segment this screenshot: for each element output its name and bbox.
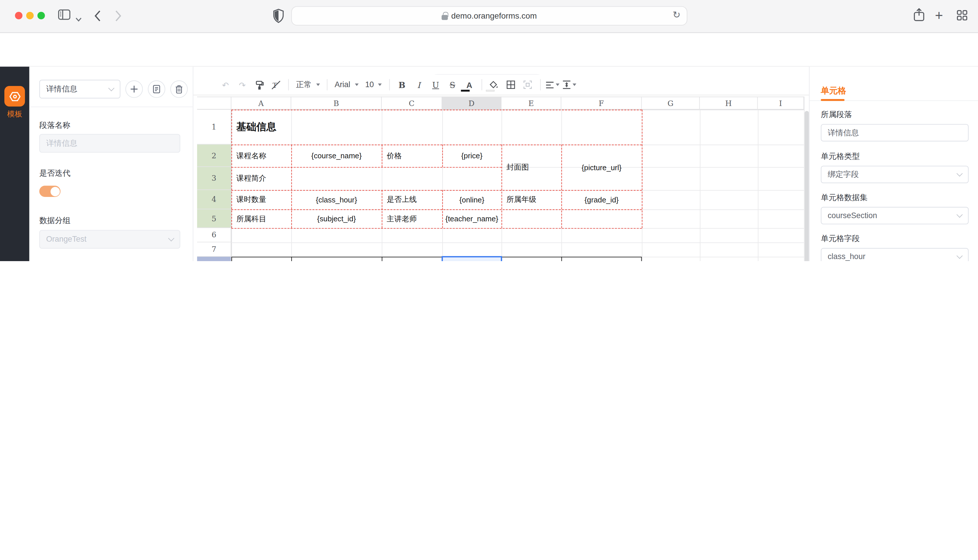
column-header-A[interactable]: A (231, 97, 291, 110)
cell-type-select[interactable]: 绑定字段 (821, 166, 968, 183)
share-icon[interactable] (914, 8, 924, 24)
strikethrough-button[interactable]: S (445, 77, 460, 92)
sheet-cell-A8[interactable]: 章节名称 (231, 257, 291, 261)
sheet-cell-D5[interactable]: {teacher_name} (442, 209, 502, 228)
italic-button[interactable]: I (411, 77, 426, 92)
merge-cells-button[interactable] (520, 77, 535, 92)
redo-button[interactable]: ↷ (235, 77, 250, 92)
section-name-field[interactable] (39, 134, 180, 152)
bold-button[interactable]: B (395, 77, 410, 92)
sheet-cell-E4[interactable]: 所属年级 (502, 190, 562, 209)
row-header-4[interactable]: 4 (197, 190, 231, 209)
plus-icon (130, 85, 138, 93)
underline-button[interactable]: U (428, 77, 443, 92)
row-header-3[interactable]: 3 (197, 167, 231, 190)
vertical-align-dropdown[interactable] (562, 77, 577, 92)
horizontal-align-dropdown[interactable] (545, 77, 560, 92)
sheet-cell-D2[interactable]: {price} (442, 145, 502, 167)
app-header: 橙单打印设计 基础信息 编辑模板 上一步 保存 退出 (0, 33, 978, 67)
reload-icon[interactable]: ↻ (673, 9, 680, 21)
section-select[interactable]: 详情信息 (39, 80, 120, 98)
sidebar-chevron-icon[interactable] (75, 13, 82, 24)
sheet-cell-D4[interactable]: {online} (442, 190, 502, 209)
iterate-toggle[interactable] (39, 186, 60, 197)
font-size-dropdown[interactable]: 10 (363, 77, 385, 92)
column-header-I[interactable]: I (758, 97, 804, 110)
window-minimize-button[interactable] (26, 12, 34, 20)
copy-section-button[interactable] (148, 80, 165, 98)
trash-icon (175, 85, 183, 93)
tab-overview-icon[interactable] (957, 10, 967, 23)
section-name-label: 段落名称 (39, 120, 70, 131)
sheet-cell-F2[interactable]: {picture_url} (562, 145, 642, 190)
sheet-cell-F8[interactable]: {show_order} (562, 257, 642, 261)
sheet-cell-B2[interactable]: {course_name} (291, 145, 382, 167)
row-header-6[interactable]: 6 (197, 228, 231, 242)
sheet-cell-A4[interactable]: 课时数量 (231, 190, 291, 209)
font-family-dropdown[interactable]: Arial (332, 77, 361, 92)
paragraph-field[interactable]: 详情信息 (821, 124, 968, 142)
vertical-scrollbar[interactable] (805, 111, 809, 261)
row-header-2[interactable]: 2 (197, 145, 231, 167)
data-group-label: 数据分组 (39, 215, 70, 226)
row-header-1[interactable]: 1 (197, 110, 231, 145)
clear-format-button[interactable]: T (269, 77, 283, 92)
sheet-cell-A3[interactable]: 课程简介 (231, 167, 291, 190)
delete-section-button[interactable] (171, 80, 188, 98)
row-header-7[interactable]: 7 (197, 243, 231, 257)
sheet-cell-C8[interactable]: 课时数量 (382, 257, 442, 261)
section-panel: 详情信息 段落名称 是否迭代 数据分组 OrangeTest 绑定数据 zz_c… (29, 67, 193, 261)
forward-button[interactable] (115, 10, 122, 24)
column-header-D[interactable]: D (442, 97, 502, 110)
data-group-select[interactable]: OrangeTest (39, 230, 180, 248)
cell-panel-title[interactable]: 单元格 (821, 85, 846, 97)
column-header-C[interactable]: C (382, 97, 442, 110)
borders-button[interactable] (503, 77, 518, 92)
paragraph-label: 所属段落 (821, 110, 852, 120)
sheet-cell-A5[interactable]: 所属科目 (231, 209, 291, 228)
nav-item-template[interactable] (4, 86, 25, 107)
font-color-button[interactable]: A (462, 77, 477, 92)
nav-rail: 模板 (0, 67, 29, 261)
sheet-cell-C4[interactable]: 是否上线 (382, 190, 442, 209)
sheet-cell-E2[interactable]: 封面图 (502, 145, 562, 190)
sheet-cell-B5[interactable]: {subject_id} (291, 209, 382, 228)
shield-icon[interactable] (273, 9, 284, 25)
window-close-button[interactable] (15, 12, 22, 20)
hexagon-icon (8, 90, 21, 103)
row-header-5[interactable]: 5 (197, 209, 231, 228)
fill-color-button[interactable] (486, 77, 502, 92)
chevron-down-icon (956, 212, 963, 218)
sheet-corner-cell[interactable] (197, 97, 231, 110)
format-painter-button[interactable] (252, 77, 267, 92)
sidebar-toggle-icon[interactable] (58, 9, 71, 22)
sheet-cell-C5[interactable]: 主讲老师 (382, 209, 442, 228)
cell-dataset-select[interactable]: courseSection (821, 207, 968, 224)
iterate-label: 是否迭代 (39, 168, 70, 178)
sheet-cell-F4[interactable]: {grade_id} (562, 190, 642, 209)
add-section-button[interactable] (125, 80, 143, 98)
sheet-cell-B4[interactable]: {class_hour} (291, 190, 382, 209)
nav-item-template-label[interactable]: 模板 (0, 109, 29, 119)
column-header-H[interactable]: H (700, 97, 758, 110)
cell-field-select[interactable]: class_hour (821, 248, 968, 261)
sheet-cell-D8[interactable]: {class_hour} (442, 257, 502, 261)
caret-down-icon (355, 83, 358, 86)
window-zoom-button[interactable] (37, 12, 45, 20)
column-header-B[interactable]: B (291, 97, 382, 110)
new-tab-icon[interactable]: + (935, 10, 943, 21)
column-header-F[interactable]: F (562, 97, 642, 110)
undo-button[interactable]: ↶ (218, 77, 233, 92)
back-button[interactable] (94, 10, 101, 24)
sheet-cell-A1[interactable]: 基础信息 (231, 110, 642, 145)
sheet-cell-A2[interactable]: 课程名称 (231, 145, 291, 167)
section-name-input[interactable] (46, 139, 174, 148)
column-header-E[interactable]: E (502, 97, 562, 110)
column-header-G[interactable]: G (642, 97, 700, 110)
row-header-8[interactable]: 8 (197, 257, 231, 261)
format-style-dropdown[interactable]: 正常 (293, 77, 322, 92)
sheet-cell-C2[interactable]: 价格 (382, 145, 442, 167)
sheet-cell-E8[interactable]: 显示顺序 (502, 257, 562, 261)
chevron-down-icon (168, 235, 174, 242)
address-bar[interactable]: demo.orangeforms.com ↻ (291, 6, 687, 25)
